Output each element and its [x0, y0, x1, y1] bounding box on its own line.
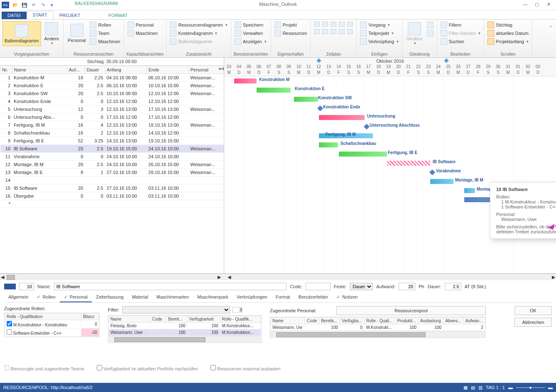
struktur-button[interactable]: Struktur▾ — [405, 21, 424, 46]
detail-tab[interactable]: Maschinenpark — [193, 293, 233, 302]
speichern-button[interactable]: Speichern — [234, 21, 268, 29]
tab-start[interactable]: START — [27, 11, 54, 19]
timeline-diamond-icon — [316, 58, 321, 63]
ressourcendiagramm-button[interactable]: Ressourcendiagramm▾ — [169, 21, 228, 29]
projekt-button[interactable]: Projekt — [274, 21, 308, 29]
detail-tab[interactable]: ✓ Personal — [60, 293, 92, 302]
tab-format[interactable]: FORMAT — [103, 12, 133, 19]
projektanfang-button[interactable]: Projektanfang▾ — [487, 38, 529, 45]
aufwand-field[interactable] — [399, 283, 415, 290]
ressourcen-button[interactable]: Ressourcen — [274, 29, 308, 37]
detail-tab[interactable]: ✓ Rollen — [32, 293, 59, 302]
scroll-left-icon[interactable]: ◀ — [228, 274, 231, 280]
status-icon[interactable]: ▥ — [478, 385, 483, 390]
rollen-button[interactable]: Rollen — [89, 21, 121, 29]
app-icon: RS — [2, 2, 9, 8]
detail-tab[interactable]: Verknüpfungen — [233, 293, 272, 302]
zeitplan-icon[interactable] — [338, 29, 345, 34]
close-button[interactable]: ✕ — [543, 0, 554, 8]
detail-tab[interactable]: Allgemein — [4, 293, 32, 302]
balkendiagramm-small-button[interactable]: Balkendiagramm — [169, 38, 228, 45]
save-icon[interactable]: 💾 — [21, 1, 28, 9]
available-personal-grid[interactable]: NameCodeBereit...VerfügbarkeitRolle - Qu… — [108, 315, 262, 343]
zoom-slider[interactable]: ────●──── — [516, 385, 545, 390]
suchen-button[interactable]: Suchen — [440, 38, 481, 45]
filtern-button[interactable]: Filtern — [440, 21, 481, 29]
zeitplan-icon[interactable] — [338, 21, 345, 27]
feste-select[interactable]: Dauer — [350, 283, 373, 290]
task-id-field[interactable] — [19, 283, 34, 290]
gliederung-icon[interactable] — [426, 21, 434, 29]
zeitplan-icon[interactable] — [330, 29, 337, 34]
stichtag-button[interactable]: Stichtag — [487, 21, 529, 29]
zeitplan-icon[interactable] — [330, 21, 337, 27]
undo-icon[interactable]: ↶ — [30, 1, 37, 9]
ribbon: Balkendiagramm Andere▾ Vorgangsansichten… — [0, 20, 556, 58]
balkendiagramm-button[interactable]: Balkendiagramm — [2, 21, 41, 46]
teams-checkbox[interactable]: Bevorzugte und zugeordnete Teams — [4, 365, 84, 371]
collapse-ribbon-icon[interactable]: ⌃ — [549, 25, 553, 30]
zoom-out-icon[interactable]: ▬ — [508, 385, 513, 390]
detail-tab[interactable]: Maschinenarten — [152, 293, 193, 302]
zeitplan-icon[interactable] — [321, 29, 329, 34]
detail-tab[interactable]: Material — [128, 293, 152, 302]
code-field[interactable] — [306, 283, 331, 290]
teilprojekt-button[interactable]: Teilprojekt▾ — [359, 29, 399, 37]
qat-dropdown-icon[interactable]: ▾ — [48, 1, 56, 9]
scroll-left-icon[interactable]: ◀ — [1, 274, 4, 280]
zeitplan-icon[interactable] — [313, 21, 321, 27]
gliederung-icon[interactable] — [426, 29, 434, 37]
verwalten-button[interactable]: Verwalten — [234, 29, 268, 37]
aktuelles-datum-button[interactable]: aktuelles Datum — [487, 29, 529, 37]
tab-projekt[interactable]: PROJEKT — [54, 12, 86, 19]
task-grid[interactable]: Nr.NameAuf...DauerAnfangEndePersonal 1Ko… — [0, 66, 224, 273]
task-name-field[interactable] — [54, 283, 287, 290]
andere-button[interactable]: Andere▾ — [43, 21, 61, 46]
scroll-right-icon[interactable]: ▶ — [552, 274, 555, 280]
cancel-button[interactable]: Abbrechen — [514, 318, 552, 327]
kap-personal-button[interactable]: Personal — [127, 21, 164, 29]
kap-maschinen-button[interactable]: Maschinen — [127, 29, 164, 37]
gantt-pane: Oktober 2016 030405060708091011121314151… — [224, 58, 556, 273]
maxauslasten-checkbox[interactable]: Ressourcen maximal auslasten — [211, 365, 281, 371]
zoom-in-icon[interactable]: ▬ — [548, 385, 553, 390]
zeitplan-icon[interactable] — [321, 21, 329, 27]
main-content: Stichtag: 30.09.16 08:00 Nr.NameAuf...Da… — [0, 58, 556, 274]
zeitplan-icon[interactable] — [346, 21, 354, 27]
zeitplan-icon[interactable] — [346, 29, 354, 34]
team-button[interactable]: Team — [89, 29, 121, 37]
detail-tab[interactable]: Benutzerfelder — [294, 293, 333, 302]
anzeigen-button[interactable]: Anzeigen▾ — [234, 38, 268, 45]
scroll-thumb[interactable] — [7, 275, 15, 280]
status-icon[interactable]: ▤ — [471, 385, 475, 390]
hscroll[interactable]: ◀ ▶ ◀ ▶ — [0, 274, 556, 280]
open-icon[interactable]: 📂 — [12, 1, 19, 9]
redo-icon[interactable]: ↷ — [39, 1, 47, 9]
assigned-personal-grid[interactable]: NameCodeBereits...Verfügba...Rolle - Qua… — [270, 317, 486, 338]
filter-count[interactable] — [233, 307, 242, 313]
filter-select[interactable] — [122, 306, 230, 314]
scroll-right-icon[interactable]: ▶ — [218, 274, 221, 280]
zeitplan-icon[interactable] — [313, 29, 321, 34]
detail-tab[interactable]: ✓ Notizen — [332, 293, 362, 302]
group-title: Vorgangsansichten — [2, 52, 61, 56]
filter-loeschen-button[interactable]: Filter löschen▾ — [440, 29, 481, 37]
dauer-field[interactable] — [445, 283, 461, 290]
ok-button[interactable]: OK — [514, 306, 552, 315]
roles-grid[interactable]: Rolle - QualifikationBilanz M.Konstrukte… — [4, 313, 100, 337]
maximize-button[interactable]: ▢ — [531, 0, 543, 8]
verknuepfung-button[interactable]: Verknüpfung▾ — [359, 38, 399, 45]
maschinen-button[interactable]: Maschinen — [89, 38, 121, 45]
status-icon[interactable]: ▦ — [463, 385, 468, 390]
vorgang-button[interactable]: Vorgang▾ — [359, 21, 399, 29]
ressourcenpool-button[interactable]: Ressourcenpool — [336, 306, 486, 315]
personal-button[interactable]: Personal — [66, 21, 87, 45]
kostendiagramm-button[interactable]: Kostendiagramm▾ — [169, 29, 228, 37]
file-tab[interactable]: DATEI — [2, 12, 27, 19]
pane-collapse-icon[interactable]: ◀◀ — [218, 66, 224, 71]
verfuegbarkeit-checkbox[interactable]: Verfügbarkeit im aktuellen Portfolio nac… — [97, 365, 198, 371]
gantt-chart[interactable]: Konstruktion MKonstruktion EKonstruktion… — [224, 76, 556, 273]
detail-tab[interactable]: Format — [272, 293, 294, 302]
detail-tab[interactable]: Zeiterfassung — [92, 293, 128, 302]
minimize-button[interactable]: — — [519, 0, 531, 8]
